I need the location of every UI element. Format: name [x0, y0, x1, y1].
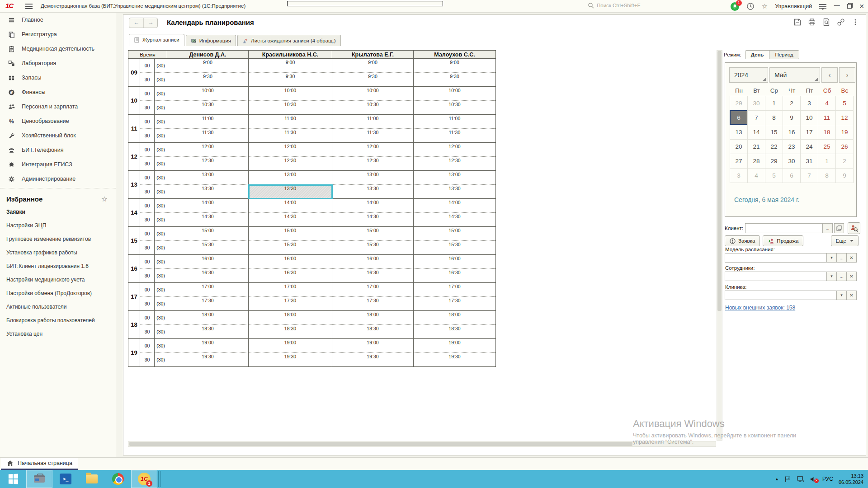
schedule-slot[interactable]: 12:00	[249, 143, 332, 157]
calendar-day[interactable]: 2	[783, 96, 801, 111]
request-button[interactable]: Заявка	[725, 235, 760, 246]
calendar-day-selected[interactable]: 6	[730, 110, 748, 125]
favorites-edit-star-icon[interactable]: ☆	[101, 195, 108, 203]
schedule-model-clear-button[interactable]: ✕	[846, 253, 856, 262]
calendar-day[interactable]: 22	[765, 139, 783, 154]
calendar-day[interactable]: 10	[800, 110, 818, 125]
schedule-model-input[interactable]	[725, 253, 826, 262]
schedule-slot[interactable]: 16:30	[249, 269, 332, 283]
month-select[interactable]: Май	[769, 67, 820, 83]
sidebar-item-1[interactable]: Главное	[0, 13, 116, 27]
calendar-day[interactable]: 8	[818, 168, 836, 183]
schedule-slot[interactable]: 12:30	[167, 157, 249, 171]
schedule-slot[interactable]: 18:30	[167, 325, 249, 339]
schedule-slot[interactable]: 16:30	[167, 269, 249, 283]
schedule-slot[interactable]: 11:00	[249, 115, 332, 129]
schedule-slot[interactable]: 16:00	[332, 255, 414, 269]
calendar-day[interactable]: 18	[818, 125, 836, 140]
global-search[interactable]: Поиск Ctrl+Shift+F	[588, 2, 640, 9]
schedule-slot[interactable]: 17:30	[332, 297, 414, 311]
schedule-slot[interactable]: 14:00	[414, 199, 496, 213]
calendar-day[interactable]: 15	[765, 125, 783, 140]
schedule-slot[interactable]: 10:00	[249, 87, 332, 101]
favorite-item-1[interactable]: Заявки	[0, 205, 116, 219]
schedule-slot[interactable]: 18:30	[332, 325, 414, 339]
schedule-slot[interactable]: 14:30	[332, 213, 414, 227]
schedule-slot[interactable]: 15:00	[167, 227, 249, 241]
calendar-day[interactable]: 7	[800, 168, 818, 183]
schedule-slot[interactable]: 14:00	[167, 199, 249, 213]
schedule-slot[interactable]: 13:30	[167, 185, 249, 199]
schedule-slot[interactable]: 18:00	[249, 311, 332, 325]
main-menu-icon[interactable]	[25, 4, 33, 9]
schedule-model-ellipsis-button[interactable]: ...	[836, 253, 846, 262]
schedule-slot[interactable]: 19:30	[414, 353, 496, 367]
sidebar-item-3[interactable]: Медицинская деятельность	[0, 42, 116, 56]
calendar-day[interactable]: 7	[747, 110, 765, 125]
start-button[interactable]	[0, 470, 26, 488]
prev-month-button[interactable]: ‹	[821, 67, 838, 83]
schedule-slot[interactable]: 15:30	[332, 241, 414, 255]
calendar-day[interactable]: 8	[765, 110, 783, 125]
calendar-day[interactable]: 23	[783, 139, 801, 154]
favorite-item-2[interactable]: Настройки ЭЦП	[0, 219, 116, 232]
calendar-day[interactable]: 5	[765, 168, 783, 183]
calendar-day[interactable]: 3	[800, 96, 818, 111]
schedule-slot[interactable]: 18:30	[414, 325, 496, 339]
calendar-day[interactable]: 4	[747, 168, 765, 183]
save-icon[interactable]	[793, 18, 802, 26]
schedule-slot[interactable]: 11:30	[414, 129, 496, 143]
schedule-slot-selected[interactable]: 13:30	[249, 185, 332, 199]
more-actions-icon[interactable]	[851, 18, 859, 26]
schedule-slot[interactable]: 17:30	[167, 297, 249, 311]
schedule-slot[interactable]: 18:00	[414, 311, 496, 325]
schedule-slot[interactable]: 11:00	[414, 115, 496, 129]
schedule-slot[interactable]: 9:00	[167, 59, 249, 73]
schedule-slot[interactable]: 16:30	[414, 269, 496, 283]
schedule-slot[interactable]: 10:30	[332, 101, 414, 115]
schedule-slot[interactable]: 10:00	[167, 87, 249, 101]
schedule-slot[interactable]: 17:00	[414, 283, 496, 297]
schedule-slot[interactable]: 13:30	[332, 185, 414, 199]
sale-button[interactable]: Продажа	[763, 235, 803, 246]
calendar-day[interactable]: 30	[783, 154, 801, 169]
schedule-slot[interactable]: 18:00	[167, 311, 249, 325]
horizontal-scrollbar-thumb[interactable]	[129, 442, 632, 446]
more-button[interactable]: Еще	[831, 235, 859, 246]
vertical-scrollbar-thumb[interactable]	[717, 51, 722, 311]
schedule-slot[interactable]: 15:30	[249, 241, 332, 255]
calendar-day[interactable]: 2	[835, 154, 854, 169]
action-center-flag-icon[interactable]	[784, 476, 791, 483]
employees-dropdown-button[interactable]: ▾	[826, 272, 836, 281]
employees-ellipsis-button[interactable]: ...	[836, 272, 846, 281]
sidebar-item-12[interactable]: Администрирование	[0, 172, 116, 186]
favorite-item-6[interactable]: Настройки медицинского учета	[0, 273, 116, 286]
schedule-slot[interactable]: 10:30	[167, 101, 249, 115]
calendar-day[interactable]: 17	[800, 125, 818, 140]
calendar-day[interactable]: 6	[783, 168, 801, 183]
sidebar-item-2[interactable]: Регистратура	[0, 27, 116, 42]
schedule-slot[interactable]: 13:00	[414, 171, 496, 185]
calendar-day[interactable]: 19	[835, 125, 854, 140]
print-icon[interactable]	[808, 18, 816, 26]
schedule-model-dropdown-button[interactable]: ▾	[826, 253, 836, 262]
schedule-slot[interactable]: 10:00	[332, 87, 414, 101]
schedule-slot[interactable]: 10:00	[414, 87, 496, 101]
schedule-slot[interactable]: 19:30	[332, 353, 414, 367]
horizontal-scrollbar[interactable]	[128, 441, 716, 447]
clock[interactable]: 13:1306.05.2024	[839, 473, 863, 485]
schedule-slot[interactable]: 12:00	[414, 143, 496, 157]
schedule-slot[interactable]: 19:00	[332, 339, 414, 353]
schedule-slot[interactable]: 16:00	[167, 255, 249, 269]
sidebar-item-10[interactable]: БИТ.Телефония	[0, 143, 116, 157]
client-choose-button[interactable]: ...	[823, 223, 833, 233]
calendar-day[interactable]: 5	[835, 96, 854, 111]
schedule-slot[interactable]: 13:30	[414, 185, 496, 199]
employees-clear-button[interactable]: ✕	[846, 272, 856, 281]
schedule-slot[interactable]: 17:00	[249, 283, 332, 297]
new-external-requests-link[interactable]: Новых внешних заявок: 158	[725, 305, 795, 311]
schedule-slot[interactable]: 17:30	[414, 297, 496, 311]
language-indicator[interactable]: РУС	[822, 476, 833, 482]
schedule-slot[interactable]: 14:30	[414, 213, 496, 227]
sidebar-item-6[interactable]: ₽Финансы	[0, 85, 116, 99]
